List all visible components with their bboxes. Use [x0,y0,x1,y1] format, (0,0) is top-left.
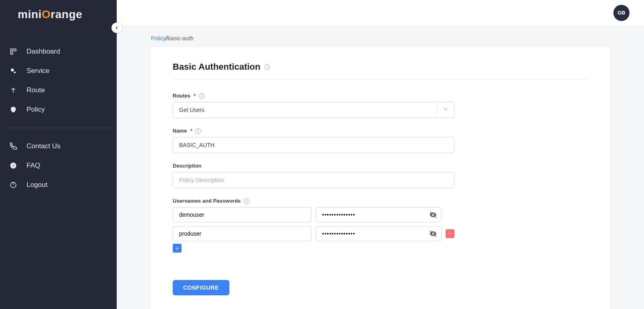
password-input[interactable] [316,226,442,241]
sidebar-item-faq[interactable]: ? FAQ [5,157,112,174]
info-icon[interactable]: i [195,128,201,134]
eye-off-icon[interactable] [429,229,438,238]
description-input[interactable] [173,172,454,188]
credentials-row: − [173,207,454,222]
logo-suffix: range [51,8,83,21]
sidebar-nav: Dashboard Service Route Policy Con [0,25,117,193]
chevron-down-icon [442,106,449,114]
help-icon: ? [9,162,18,169]
shield-icon [9,106,18,113]
user-avatar[interactable]: GB [613,5,630,21]
routes-select[interactable]: Get Users [173,102,454,118]
sidebar-item-policy[interactable]: Policy [5,101,112,118]
chevron-left-icon [114,25,119,30]
sidebar-item-label: Route [27,86,45,94]
info-icon[interactable]: i [199,93,204,99]
info-icon[interactable]: i [264,64,270,70]
description-label: Description [173,163,202,169]
sidebar-item-label: Service [27,67,50,75]
sidebar-item-label: Policy [27,106,45,114]
add-row-button[interactable]: + [173,244,182,253]
sidebar-collapse-button[interactable] [111,23,122,33]
workspace: Policy/basic-auth Basic Authentication i… [117,25,644,309]
username-input[interactable] [173,207,312,222]
required-mark: * [190,128,192,134]
policy-form: Routes* i Get Users Name* [173,93,454,295]
logo: miniOrange [0,0,117,25]
credentials-row: − [173,226,454,241]
info-icon[interactable]: i [244,198,250,204]
sidebar: miniOrange Dashboard Service Route [0,0,117,309]
credentials-label: Usernames and Passwords [173,198,241,204]
sidebar-item-dashboard[interactable]: Dashboard [5,43,112,60]
routes-selected-value: Get Users [173,102,454,118]
eye-off-icon[interactable] [429,210,438,219]
breadcrumb-parent-link[interactable]: Policy [151,35,166,41]
sidebar-item-label: FAQ [27,162,40,170]
description-field: Description [173,163,454,188]
credentials-field: Usernames and Passwords i [173,198,454,253]
dashboard-icon [9,48,18,55]
sidebar-item-label: Dashboard [27,48,60,56]
svg-rect-1 [14,49,16,51]
routes-label: Routes [173,93,190,99]
routes-field: Routes* i Get Users [173,93,454,118]
select-separator [437,106,438,114]
required-mark: * [194,93,196,99]
title-divider [173,79,588,80]
svg-text:?: ? [12,164,14,168]
sidebar-divider [5,128,112,128]
name-input[interactable] [173,137,454,153]
breadcrumb-leaf: basic-auth [167,35,194,41]
username-input[interactable] [173,226,312,241]
name-label: Name [173,128,187,134]
policy-card: Basic Authentication i Routes* i Get Use… [151,47,610,309]
phone-icon [9,142,18,150]
gear-icon [9,67,18,75]
password-input[interactable] [316,207,442,222]
svg-rect-0 [10,49,12,51]
logo-prefix: mini [18,8,42,21]
main-area: GB Policy/basic-auth Basic Authenticatio… [117,0,644,309]
configure-button[interactable]: CONFIGURE [173,280,229,295]
sidebar-item-contact[interactable]: Contact Us [5,138,112,155]
logo-letter-o: O [42,8,51,21]
remove-row-button[interactable]: − [446,229,454,238]
svg-point-4 [14,72,16,74]
sidebar-item-label: Logout [27,181,47,189]
topbar: GB [117,0,644,25]
sidebar-item-logout[interactable]: Logout [5,176,112,193]
sidebar-item-route[interactable]: Route [5,82,112,99]
route-icon [9,87,18,94]
breadcrumb: Policy/basic-auth [151,35,610,41]
page-title: Basic Authentication [173,62,260,72]
power-icon [9,181,18,189]
name-field: Name* i [173,128,454,153]
sidebar-item-label: Contact Us [27,142,60,150]
sidebar-item-service[interactable]: Service [5,62,112,79]
credentials-rows: − − [173,207,454,241]
svg-rect-2 [10,52,12,54]
svg-point-3 [11,68,14,72]
